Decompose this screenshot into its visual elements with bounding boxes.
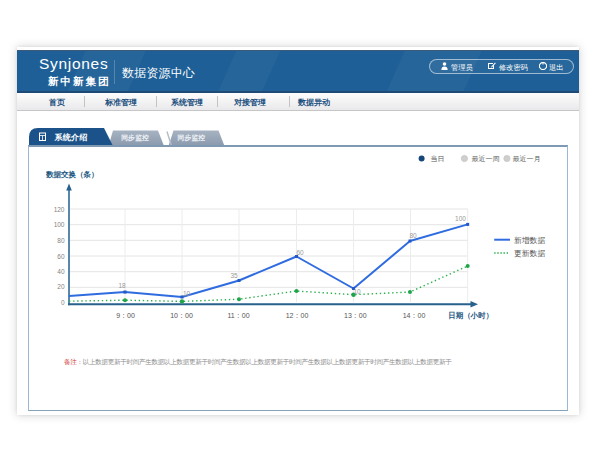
svg-text:80: 80 — [409, 232, 417, 239]
svg-text:同步监控: 同步监控 — [178, 134, 206, 142]
svg-text:60: 60 — [296, 249, 304, 256]
svg-text:最近一月: 最近一月 — [513, 155, 541, 163]
svg-text:35: 35 — [230, 272, 238, 279]
svg-text:最近一周: 最近一周 — [472, 155, 500, 162]
svg-text:数据交换（条）: 数据交换（条） — [45, 170, 99, 179]
svg-text:100: 100 — [54, 221, 65, 228]
svg-text:13：00: 13：00 — [344, 312, 367, 319]
svg-text:12：00: 12：00 — [286, 312, 309, 319]
svg-text:100: 100 — [455, 215, 466, 222]
svg-text:新增数据: 新增数据 — [514, 236, 545, 245]
svg-text:10: 10 — [353, 288, 361, 295]
svg-text:18: 18 — [118, 282, 126, 289]
svg-text:20: 20 — [57, 283, 65, 290]
svg-text:更新数据: 更新数据 — [514, 249, 545, 258]
svg-text:0: 0 — [61, 299, 65, 306]
svg-text:60: 60 — [57, 253, 65, 260]
svg-text:系统介绍: 系统介绍 — [54, 132, 87, 142]
svg-text:10: 10 — [183, 290, 191, 297]
svg-text:9：00: 9：00 — [116, 312, 135, 319]
svg-text:当日: 当日 — [431, 155, 445, 163]
svg-text:10：00: 10：00 — [170, 312, 193, 319]
svg-text:11：00: 11：00 — [227, 312, 249, 319]
svg-text:同步监控: 同步监控 — [121, 134, 149, 142]
svg-text:日期（小时）: 日期（小时） — [448, 311, 493, 320]
svg-text:14：00: 14：00 — [403, 312, 426, 319]
svg-text:40: 40 — [57, 268, 65, 275]
svg-text:120: 120 — [54, 206, 65, 213]
svg-text:80: 80 — [57, 237, 65, 244]
